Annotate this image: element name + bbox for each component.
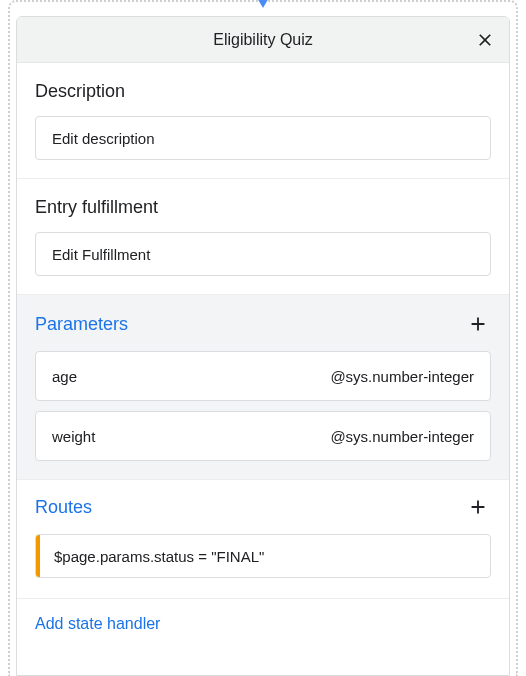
parameter-row[interactable]: weight @sys.number-integer — [35, 411, 491, 461]
parameters-heading[interactable]: Parameters — [35, 314, 128, 335]
routes-section: Routes $page.params.status = "FINAL" — [17, 480, 509, 599]
entry-fulfillment-heading: Entry fulfillment — [35, 197, 491, 218]
plus-icon — [467, 496, 489, 518]
add-parameter-button[interactable] — [465, 311, 491, 337]
parameter-name: weight — [52, 428, 95, 445]
close-button[interactable] — [471, 26, 499, 54]
parameter-row[interactable]: age @sys.number-integer — [35, 351, 491, 401]
add-state-handler-section: Add state handler — [17, 599, 509, 649]
edit-description-button[interactable]: Edit description — [35, 116, 491, 160]
description-heading: Description — [35, 81, 491, 102]
parameters-section: Parameters age @sys.number-integer weigh… — [17, 295, 509, 480]
edit-fulfillment-button[interactable]: Edit Fulfillment — [35, 232, 491, 276]
parameter-type: @sys.number-integer — [330, 428, 474, 445]
description-section: Description Edit description — [17, 63, 509, 179]
panel-title: Eligibility Quiz — [213, 31, 313, 49]
panel-header: Eligibility Quiz — [17, 17, 509, 63]
parameter-name: age — [52, 368, 77, 385]
panel-body: Description Edit description Entry fulfi… — [17, 63, 509, 675]
add-state-handler-link[interactable]: Add state handler — [35, 615, 160, 632]
parameter-type: @sys.number-integer — [330, 368, 474, 385]
edit-description-label: Edit description — [52, 130, 155, 147]
close-icon — [475, 30, 495, 50]
edit-fulfillment-label: Edit Fulfillment — [52, 246, 150, 263]
page-config-panel: Eligibility Quiz Description Edit descri… — [16, 16, 510, 676]
flow-arrowhead — [256, 0, 270, 8]
routes-heading[interactable]: Routes — [35, 497, 92, 518]
route-condition: $page.params.status = "FINAL" — [40, 548, 264, 565]
plus-icon — [467, 313, 489, 335]
entry-fulfillment-section: Entry fulfillment Edit Fulfillment — [17, 179, 509, 295]
add-route-button[interactable] — [465, 494, 491, 520]
route-row[interactable]: $page.params.status = "FINAL" — [35, 534, 491, 578]
